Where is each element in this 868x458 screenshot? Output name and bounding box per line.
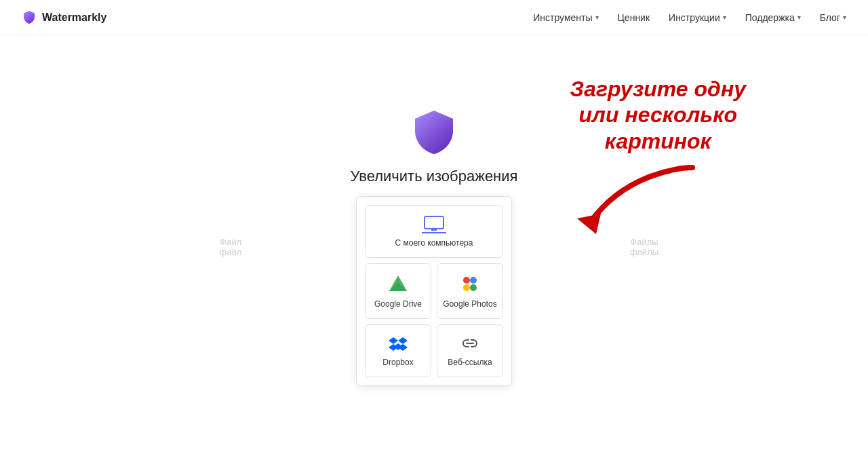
computer-button-label: С моего компьютера xyxy=(395,238,473,248)
nav-blog[interactable]: Блог ▾ xyxy=(820,12,846,23)
header: Watermarkly Инструменты ▾ Ценник Инструк… xyxy=(0,0,868,35)
upload-row-2: Dropbox Веб-ссылка xyxy=(365,324,503,377)
dropbox-button-label: Dropbox xyxy=(382,358,413,367)
logo-shield-icon xyxy=(22,10,37,25)
logo-text: Watermarkly xyxy=(42,12,106,24)
callout: Загрузите одну или несколько картинок xyxy=(570,76,746,249)
arrow-icon xyxy=(570,161,719,249)
main-content: Файлфайл Увеличить изображения xyxy=(0,35,868,458)
chevron-down-icon: ▾ xyxy=(595,14,599,21)
chevron-down-icon: ▾ xyxy=(843,14,846,21)
bg-text-left: Файлфайл xyxy=(190,237,271,257)
gdrive-button-label: Google Drive xyxy=(374,299,422,309)
brand-shield-icon xyxy=(410,108,458,157)
svg-point-9 xyxy=(470,277,477,284)
nav-instruments[interactable]: Инструменты ▾ xyxy=(533,12,598,23)
nav-instructions[interactable]: Инструкции ▾ xyxy=(669,12,726,23)
google-photos-icon xyxy=(459,273,481,295)
chevron-down-icon: ▾ xyxy=(797,14,801,21)
nav-support[interactable]: Поддержка ▾ xyxy=(745,12,801,23)
upload-dropbox-button[interactable]: Dropbox xyxy=(365,324,431,377)
link-icon xyxy=(460,335,479,354)
callout-text: Загрузите одну или несколько картинок xyxy=(570,76,746,154)
main-nav: Инструменты ▾ Ценник Инструкции ▾ Поддер… xyxy=(533,12,846,23)
upload-box: С моего компьютера Google Drive xyxy=(356,196,512,386)
svg-point-10 xyxy=(463,284,470,291)
svg-rect-0 xyxy=(425,216,443,229)
svg-marker-18 xyxy=(577,214,601,234)
upload-computer-button[interactable]: С моего компьютера xyxy=(365,205,503,258)
svg-marker-12 xyxy=(389,337,398,344)
chevron-down-icon: ▾ xyxy=(723,14,726,21)
svg-point-8 xyxy=(463,277,470,284)
page-title: Увеличить изображения xyxy=(351,168,518,185)
upload-weblink-button[interactable]: Веб-ссылка xyxy=(437,324,503,377)
weblink-button-label: Веб-ссылка xyxy=(448,358,492,367)
svg-point-11 xyxy=(470,284,477,291)
svg-marker-13 xyxy=(398,337,408,344)
upload-gphotos-button[interactable]: Google Photos xyxy=(437,263,503,319)
upload-gdrive-button[interactable]: Google Drive xyxy=(365,263,431,319)
gphotos-button-label: Google Photos xyxy=(443,299,496,309)
nav-pricing[interactable]: Ценник xyxy=(618,12,650,23)
upload-row-1: Google Drive Google Photos xyxy=(365,263,503,319)
logo[interactable]: Watermarkly xyxy=(22,10,106,25)
google-drive-icon xyxy=(387,273,409,295)
center-panel: Увеличить изображения С моего компьютера xyxy=(351,108,518,386)
dropbox-icon xyxy=(389,335,408,354)
laptop-icon xyxy=(422,215,446,234)
